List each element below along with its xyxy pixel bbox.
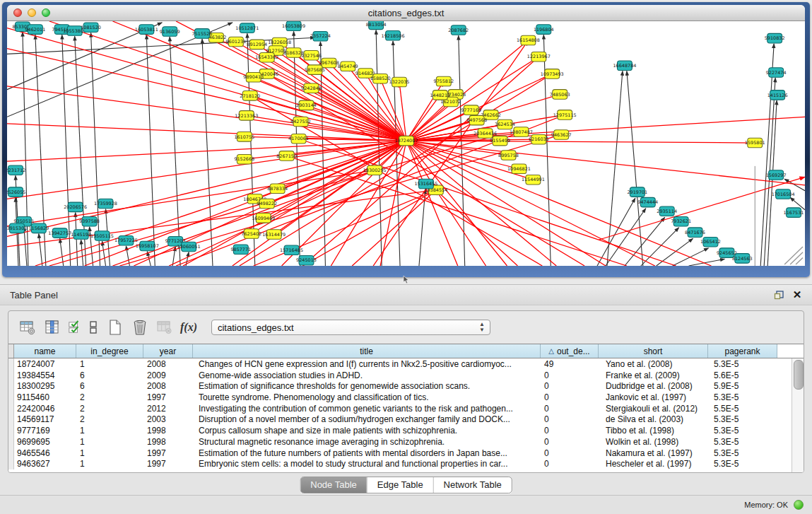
new-table-icon[interactable]	[106, 318, 124, 337]
network-node[interactable]: 7357224	[310, 31, 331, 41]
table-settings-icon[interactable]	[18, 318, 37, 337]
column-header-out_de[interactable]: △out_de...	[541, 344, 599, 358]
network-node[interactable]: 5910832	[765, 33, 785, 43]
select-rows-icon[interactable]	[68, 318, 81, 337]
close-panel-icon[interactable]: ✕	[788, 287, 806, 303]
table-row[interactable]: 946554611997Estimation of the future num…	[8, 448, 792, 459]
network-node[interactable]: 1065412	[700, 237, 721, 247]
table-row[interactable]: 1872400712008Changes of HCN gene express…	[8, 358, 792, 370]
column-header-short[interactable]: short	[599, 344, 708, 358]
network-node[interactable]: 1610755	[234, 132, 254, 142]
network-node[interactable]: 16053809	[282, 21, 305, 31]
network-node[interactable]: 13942757	[48, 228, 71, 238]
network-node[interactable]: 8995758	[498, 151, 519, 160]
network-canvas[interactable]: 7463822960123189129541822605891275051654…	[7, 21, 805, 266]
network-node[interactable]: 8912954	[247, 40, 267, 49]
network-node[interactable]: 7625402	[241, 229, 261, 239]
memory-status-icon[interactable]	[794, 500, 804, 510]
network-node[interactable]: 8813054	[366, 21, 387, 30]
network-node[interactable]: 8471676	[685, 228, 705, 238]
network-node[interactable]: 9245013	[296, 256, 317, 266]
table-row[interactable]: 969969511998Structural magnetic resonanc…	[8, 436, 792, 448]
network-node[interactable]: 2087682	[448, 25, 469, 35]
column-header-pagerank[interactable]: pagerank	[708, 344, 777, 358]
network-node[interactable]: 9327546	[301, 51, 322, 61]
network-node[interactable]: 8454749	[338, 62, 358, 71]
network-node[interactable]: 6497568	[466, 115, 487, 125]
close-button[interactable]	[13, 8, 22, 17]
tab-network-table[interactable]: Network Table	[433, 477, 512, 493]
network-node[interactable]: 9397588	[79, 216, 100, 226]
tab-node-table[interactable]: Node Table	[300, 477, 367, 493]
network-node[interactable]: 17016504	[772, 189, 795, 199]
table-row[interactable]: 1830029562008Estimation of significance …	[8, 380, 792, 392]
network-node[interactable]: 1081520	[81, 23, 101, 33]
network-node[interactable]: 9498222	[257, 199, 277, 209]
network-node[interactable]: 2718120	[240, 91, 260, 101]
network-node[interactable]: 13505115	[90, 231, 114, 241]
network-node[interactable]: 8878334	[267, 184, 288, 194]
column-settings-icon[interactable]	[43, 318, 61, 337]
network-node[interactable]: 9155499	[490, 136, 510, 146]
network-node[interactable]: 8427552	[290, 117, 311, 127]
network-node[interactable]: 10946821	[507, 164, 531, 174]
network-node[interactable]: 9227474	[766, 68, 787, 78]
split-panel-icon[interactable]	[87, 318, 100, 337]
network-node[interactable]: 7485063	[550, 90, 570, 100]
network-node[interactable]: 16154808	[517, 35, 540, 45]
function-builder-icon[interactable]: f(x)	[180, 321, 197, 334]
network-node[interactable]: 1588520	[370, 74, 391, 83]
network-node[interactable]: 9755812	[433, 76, 454, 86]
network-node[interactable]: 1196804	[534, 25, 554, 35]
column-header-in_degree[interactable]: in_degree	[76, 344, 143, 358]
delete-table-icon[interactable]	[131, 318, 149, 337]
table-row[interactable]: 2242004622012Investigating the contribut…	[8, 403, 792, 414]
network-node[interactable]: 17957225	[114, 235, 138, 245]
network-node[interactable]: 11544991	[522, 175, 545, 185]
network-node[interactable]: 16648784	[613, 61, 636, 71]
column-header-title[interactable]: title	[193, 344, 541, 358]
table-row[interactable]: 946362711997Embryonic stem cells: a mode…	[8, 458, 792, 469]
network-window-titlebar[interactable]: citations_edges.txt	[7, 5, 805, 21]
network-node[interactable]: 10512871	[235, 23, 259, 33]
column-header-name[interactable]: name	[14, 344, 76, 358]
network-node[interactable]: 2231712	[7, 165, 25, 175]
network-node[interactable]: 3624534	[495, 119, 515, 129]
network-node[interactable]: 9777169	[461, 105, 481, 115]
network-node[interactable]: 1167531	[784, 208, 804, 218]
import-table-icon[interactable]	[155, 318, 174, 337]
network-node[interactable]: 12213363	[235, 111, 258, 121]
network-node[interactable]: 9474444	[637, 197, 658, 207]
network-node[interactable]: 7515526	[192, 29, 213, 39]
scrollbar-thumb[interactable]	[794, 360, 804, 390]
tab-edge-table[interactable]: Edge Table	[367, 477, 433, 493]
network-node[interactable]: 9890413	[243, 72, 264, 82]
network-node[interactable]: 9462011	[25, 25, 45, 35]
network-node[interactable]: 9857771	[230, 245, 251, 255]
network-node[interactable]: 1156829	[28, 223, 49, 233]
network-node[interactable]: 5875685	[305, 65, 325, 75]
minimize-button[interactable]	[28, 8, 36, 17]
network-node[interactable]: 9463627	[551, 130, 572, 140]
network-node[interactable]: 1322035	[389, 77, 410, 87]
table-row[interactable]: 1456911722003Disruption of a novel membe…	[8, 414, 792, 425]
network-node[interactable]: 8124563	[732, 254, 753, 264]
network-node[interactable]: 8267150	[276, 151, 297, 161]
network-node[interactable]: 6216035	[529, 134, 549, 144]
column-header-year[interactable]: year	[143, 344, 193, 358]
network-node[interactable]: 2919701	[627, 187, 647, 197]
table-row[interactable]: 1938455462009Genome-wide association stu…	[8, 370, 792, 381]
table-row[interactable]: 911546021997Tourette syndrome. Phenomeno…	[8, 392, 792, 403]
network-node[interactable]: 4170061	[288, 134, 309, 144]
network-node[interactable]: 1595801	[745, 138, 765, 148]
network-graph[interactable]: 7463822960123189129541822605891275051654…	[7, 21, 805, 266]
network-node[interactable]: 9152668	[234, 154, 254, 164]
network-node[interactable]: 2526055	[7, 187, 25, 197]
network-node[interactable]: 12213967	[527, 52, 551, 62]
network-node[interactable]: 9242848	[301, 83, 322, 93]
network-node[interactable]: 9601231	[225, 37, 246, 47]
vertical-scrollbar[interactable]	[792, 358, 804, 472]
zoom-button[interactable]	[42, 8, 50, 17]
float-panel-icon[interactable]	[770, 287, 788, 303]
network-node[interactable]: 16958107	[136, 241, 159, 251]
